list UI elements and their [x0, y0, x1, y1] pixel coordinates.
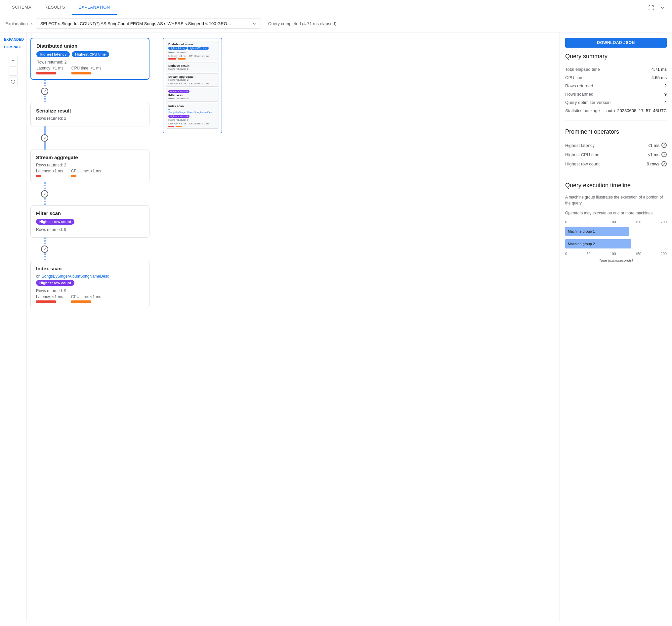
zoom-in-btn[interactable]: + [8, 56, 18, 65]
zoom-out-btn[interactable]: − [8, 67, 18, 76]
summary-val-3: 9 [664, 92, 667, 97]
query-summary-section: Query summary Total elapsed time 4.71 ms… [565, 53, 667, 120]
operator-row-2: Highest row count 9 rows ↗ [565, 159, 667, 168]
operator-link-icon-2[interactable]: ↗ [662, 161, 667, 166]
mini-node-1: Distributed union Highest latency Highes… [166, 41, 219, 61]
operator-val-2: 9 rows ↗ [647, 161, 667, 166]
summary-key-4: Query optimizer version [565, 100, 610, 105]
node-card-index-scan[interactable]: Index scan on SongsBySingerAlbumSongName… [30, 261, 149, 308]
operator-link-icon-0[interactable]: ↗ [662, 143, 667, 148]
node-title-filter-scan: Filter scan [36, 210, 144, 216]
badge-highest-cpu-time: Highest CPU time [72, 51, 109, 57]
node-rows-index-scan: Rows returned: 9 [36, 288, 144, 293]
summary-val-0: 4.71 ms [651, 67, 667, 72]
axis-50: 50 [587, 220, 591, 224]
node-wrapper-index-scan: Index scan on SongsBySingerAlbumSongName… [30, 261, 156, 308]
node-metrics-stream-aggregate: Latency: <1 ms CPU time: <1 ms [36, 169, 144, 177]
axis-bot-200: 200 [661, 252, 667, 256]
node-cpu-label-1: CPU time: <1 ms [71, 66, 101, 70]
dropdown-arrow-icon [252, 22, 257, 26]
zoom-controls: + − [3, 56, 23, 86]
mini-title-1: Distributed union [168, 43, 193, 46]
node-card-distributed-union[interactable]: Distributed union Highest latency Highes… [30, 38, 149, 80]
query-text: SELECT s.SingerId, COUNT(*) AS SongCount… [40, 21, 232, 26]
breadcrumb-arrow-icon: › [31, 21, 33, 26]
node-badges-filter-scan: Highest row count [36, 219, 144, 225]
summary-row-4: Query optimizer version 4 [565, 98, 667, 107]
operator-val-1: <1 ms ↗ [648, 152, 667, 157]
node-cpu-label-5: CPU time: <1 ms [71, 295, 101, 299]
node-title-distributed-union: Distributed union [37, 43, 144, 49]
mini-node-2: Serialize result Rows returned: 2 [166, 63, 219, 72]
query-select[interactable]: SELECT s.SingerId, COUNT(*) AS SongCount… [36, 19, 261, 29]
mini-bar-red-5 [168, 126, 174, 127]
axis-150: 150 [635, 220, 641, 224]
operator-value-text-2: 9 rows [647, 161, 659, 166]
tab-right-icons [647, 3, 667, 12]
operator-val-0: <1 ms ↗ [648, 143, 667, 148]
node-rows-stream-aggregate: Rows returned: 2 [36, 163, 144, 167]
index-name-link[interactable]: SongsBySingerAlbumSongNameDesc [42, 274, 109, 279]
node-card-filter-scan[interactable]: Filter scan Highest row count Rows retur… [30, 206, 149, 237]
mini-rows-3: Rows returned: 2 [168, 78, 217, 82]
node-latency-label-3: Latency: <1 ms [36, 169, 63, 173]
axis-bot-150: 150 [635, 252, 641, 256]
expanded-view-btn[interactable]: EXPANDED [3, 37, 23, 43]
summary-row-0: Total elapsed time 4.71 ms [565, 65, 667, 73]
tab-bar: SCHEMA RESULTS EXPLANATION [0, 0, 672, 15]
connector-3: ✓ [30, 182, 156, 206]
mini-cpu-5: CPU time: <1 ms [189, 122, 209, 125]
mini-badge-5: Highest row count [168, 115, 190, 118]
connector-1: ✓ [30, 80, 156, 103]
tab-schema[interactable]: SCHEMA [5, 0, 38, 15]
timeline-bar-container-2: Machine group 2 [565, 239, 667, 249]
query-summary-title: Query summary [565, 53, 667, 60]
mini-badge-1a: Highest latency [168, 47, 187, 50]
node-card-stream-aggregate[interactable]: Stream aggregate Rows returned: 2 Latenc… [30, 149, 149, 182]
node-wrapper-filter-scan: Filter scan Highest row count Rows retur… [30, 206, 156, 237]
node-title-stream-aggregate: Stream aggregate [36, 155, 144, 160]
summary-row-1: CPU time 4.65 ms [565, 73, 667, 82]
prominent-operators-section: Prominent operators Highest latency <1 m… [565, 129, 667, 174]
node-card-serialize-result[interactable]: Serialize result Rows returned: 2 [30, 103, 149, 126]
latency-bar-1 [37, 72, 56, 74]
tab-results[interactable]: RESULTS [38, 0, 72, 15]
summary-val-4: 4 [664, 100, 667, 105]
main-content: EXPANDED COMPACT + − Distributed union H… [0, 32, 672, 622]
badge-highest-latency: Highest latency [37, 51, 70, 57]
connector-2: ✓ [30, 126, 156, 149]
mini-latency-5: Latency: <1 ms [168, 122, 186, 125]
download-json-button[interactable]: DOWNLOAD JSON [565, 38, 667, 48]
mini-rows-1: Rows returned: 2 [168, 51, 217, 54]
on-text: on [36, 274, 40, 279]
summary-key-3: Rows scanned [565, 92, 593, 97]
tab-explanation[interactable]: EXPLANATION [72, 0, 117, 15]
compact-view-btn[interactable]: COMPACT [3, 44, 23, 50]
prominent-operators-title: Prominent operators [565, 129, 667, 135]
timeline-bar-label-1: Machine group 1 [568, 229, 595, 233]
cpu-bar-5 [71, 300, 91, 303]
mini-node-5: Index scan on SongsBySingerAlbumSongName… [166, 103, 219, 129]
timeline-x-label: Time (microseconds) [565, 258, 667, 262]
left-sidebar: EXPANDED COMPACT + − [0, 32, 26, 622]
chevron-down-icon[interactable] [658, 3, 667, 12]
timeline-chart: 0 50 100 150 200 Machine group 1 Machine… [565, 220, 667, 262]
query-status: Query completed (4.71 ms elapsed) [268, 21, 337, 26]
timeline-bar-2: Machine group 2 [565, 239, 631, 249]
mini-rows-4: Rows returned: 9 [168, 97, 217, 100]
timeline-section: Query execution timeline A machine group… [565, 182, 667, 262]
cpu-bar-3 [71, 175, 76, 177]
mini-preview: Distributed union Highest latency Highes… [163, 38, 222, 133]
query-bar: Explanation › SELECT s.SingerId, COUNT(*… [0, 15, 672, 32]
connector-4: ✓ [30, 237, 156, 261]
mini-rows-2: Rows returned: 2 [168, 68, 217, 70]
summary-val-5: auto_20230608_17_57_46UTC [606, 108, 667, 113]
summary-row-2: Rows returned 2 [565, 82, 667, 90]
zoom-reset-btn[interactable] [8, 77, 18, 86]
expand-icon[interactable] [647, 3, 655, 12]
operator-link-icon-1[interactable]: ↗ [662, 152, 667, 157]
mini-title-3: Stream aggregate [168, 75, 217, 78]
node-metrics-index-scan: Latency: <1 ms CPU time: <1 ms [36, 295, 144, 303]
node-rows-distributed-union: Rows returned: 2 [37, 60, 144, 65]
breadcrumb: Explanation [5, 21, 28, 26]
